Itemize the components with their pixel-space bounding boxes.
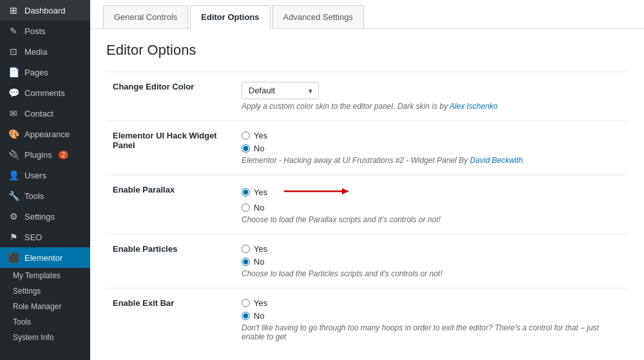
sidebar-item-label: Contact [24, 109, 53, 118]
sidebar-item-label: Posts [24, 26, 46, 36]
sidebar-item-appearance[interactable]: 🎨 Appearance [0, 124, 90, 144]
dashboard-icon: ⊞ [8, 5, 19, 15]
content-area: Editor Options Change Editor Color Defau… [90, 29, 644, 360]
tab-editor-options[interactable]: Editor Options [190, 5, 270, 28]
users-icon: 👤 [8, 170, 19, 180]
seo-icon: ⚑ [8, 232, 19, 242]
table-row: Enable Particles Yes No Cho [106, 234, 628, 289]
particles-radio-group: Yes No [242, 244, 621, 267]
page-title: Editor Options [106, 42, 628, 59]
sidebar-sub-settings[interactable]: Settings [0, 283, 90, 299]
posts-icon: ✎ [8, 26, 19, 36]
setting-label-ui-hack: Elementor UI Hack Widget Panel [113, 131, 217, 150]
editor-color-description: Apply a custom color skin to the editor … [242, 102, 621, 111]
sidebar-item-label: Media [24, 47, 47, 57]
parallax-no-radio[interactable] [242, 204, 250, 212]
page-header: General Controls Editor Options Advanced… [90, 0, 644, 29]
exit-bar-yes-option[interactable]: Yes [242, 298, 621, 308]
sidebar-item-label: Pages [24, 68, 48, 77]
ui-hack-description: Elementor - Hacking away at UI Frustrati… [242, 156, 621, 165]
sidebar-item-label: SEO [24, 232, 42, 242]
parallax-radio-group: Yes No [242, 185, 621, 213]
sidebar-item-label: Dashboard [24, 6, 66, 15]
sidebar-item-label: Tools [24, 191, 44, 201]
tabs: General Controls Editor Options Advanced… [103, 0, 631, 28]
parallax-no-option[interactable]: No [242, 203, 621, 213]
exit-bar-yes-radio[interactable] [242, 299, 250, 307]
settings-icon: ⚙ [8, 211, 19, 222]
parallax-description: Choose to load the Parallax scripts and … [242, 215, 621, 224]
ui-hack-yes-option[interactable]: Yes [242, 131, 621, 140]
ui-hack-no-radio[interactable] [242, 144, 250, 153]
ui-hack-no-option[interactable]: No [242, 144, 621, 153]
parallax-yes-radio[interactable] [242, 188, 250, 196]
table-row: Enable Exit Bar Yes No Don' [106, 289, 628, 352]
parallax-yes-label: Yes [254, 187, 267, 197]
particles-no-option[interactable]: No [242, 257, 621, 267]
sidebar-sub-system-info[interactable]: System Info [0, 330, 90, 345]
sidebar-item-posts[interactable]: ✎ Posts [0, 21, 90, 41]
sidebar-item-tools[interactable]: 🔧 Tools [0, 185, 90, 206]
sidebar-item-plugins[interactable]: 🔌 Plugins 2 [0, 144, 90, 165]
sidebar-item-settings[interactable]: ⚙ Settings [0, 206, 90, 227]
sidebar-item-label: Comments [24, 88, 65, 98]
main-content: General Controls Editor Options Advanced… [90, 0, 644, 360]
particles-yes-radio[interactable] [242, 245, 250, 253]
setting-label-exit-bar: Enable Exit Bar [113, 298, 174, 308]
sidebar-item-elementor[interactable]: ⬛ Elementor [0, 247, 90, 268]
editor-color-select-wrapper: Default Dark Light ▼ [242, 82, 319, 99]
setting-label-particles: Enable Particles [113, 244, 177, 254]
david-beckwith-link[interactable]: David Beckwith [470, 156, 523, 165]
editor-color-select[interactable]: Default Dark Light [242, 82, 319, 99]
particles-yes-option[interactable]: Yes [242, 244, 621, 254]
sidebar-sub-tools[interactable]: Tools [0, 314, 90, 330]
exit-bar-radio-group: Yes No [242, 298, 621, 321]
sidebar-sub-my-templates[interactable]: My Templates [0, 268, 90, 283]
particles-description: Choose to load the Particles scripts and… [242, 269, 621, 278]
table-row: Elementor UI Hack Widget Panel Yes No [106, 121, 628, 175]
contact-icon: ✉ [8, 108, 19, 118]
svg-marker-1 [342, 188, 348, 194]
sidebar-item-users[interactable]: 👤 Users [0, 165, 90, 185]
parallax-yes-option[interactable]: Yes [242, 185, 621, 200]
ui-hack-radio-group: Yes No [242, 131, 621, 153]
exit-bar-no-option[interactable]: No [242, 311, 621, 321]
sidebar-item-media[interactable]: ⊡ Media [0, 41, 90, 62]
ui-hack-yes-radio[interactable] [242, 131, 250, 140]
parallax-no-label: No [254, 203, 265, 213]
sidebar-item-seo[interactable]: ⚑ SEO [0, 227, 90, 247]
alex-ischenko-link[interactable]: Alex Ischenko [450, 102, 498, 111]
exit-bar-description: Don't like having to go through too many… [242, 323, 621, 341]
sidebar-item-label: Plugins [24, 150, 52, 160]
ui-hack-no-label: No [254, 144, 265, 153]
sidebar-sub-role-manager[interactable]: Role Manager [0, 299, 90, 314]
elementor-icon: ⬛ [8, 252, 19, 263]
appearance-icon: 🎨 [8, 129, 19, 139]
plugins-badge: 2 [59, 151, 69, 159]
sidebar-item-contact[interactable]: ✉ Contact [0, 103, 90, 124]
exit-bar-yes-label: Yes [254, 298, 267, 308]
table-row: Change Editor Color Default Dark Light ▼… [106, 72, 628, 121]
exit-bar-no-radio[interactable] [242, 312, 250, 320]
parallax-arrow-annotation [278, 185, 355, 200]
settings-table: Change Editor Color Default Dark Light ▼… [106, 71, 628, 351]
tools-icon: 🔧 [8, 191, 19, 201]
exit-bar-no-label: No [254, 311, 265, 321]
tab-general-controls[interactable]: General Controls [103, 5, 188, 28]
setting-label-editor-color: Change Editor Color [113, 82, 194, 91]
sidebar: ⊞ Dashboard ✎ Posts ⊡ Media 📄 Pages 💬 Co… [0, 0, 90, 360]
ui-hack-yes-label: Yes [254, 131, 267, 140]
sidebar-item-dashboard[interactable]: ⊞ Dashboard [0, 0, 90, 21]
particles-no-radio[interactable] [242, 258, 250, 266]
pages-icon: 📄 [8, 67, 19, 77]
setting-label-parallax: Enable Parallax [113, 185, 175, 194]
sidebar-item-comments[interactable]: 💬 Comments [0, 82, 90, 103]
tab-advanced-settings[interactable]: Advanced Settings [272, 5, 364, 28]
plugins-icon: 🔌 [8, 149, 19, 160]
sidebar-item-pages[interactable]: 📄 Pages [0, 62, 90, 82]
sidebar-item-label: Users [24, 171, 46, 180]
comments-icon: 💬 [8, 88, 19, 98]
particles-no-label: No [254, 257, 265, 267]
sidebar-item-label: Settings [24, 212, 55, 222]
table-row: Enable Parallax Yes [106, 175, 628, 234]
